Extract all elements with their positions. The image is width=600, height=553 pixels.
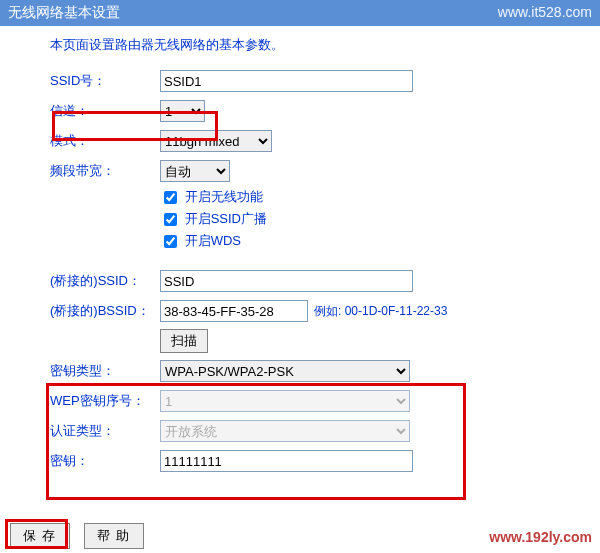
help-button[interactable]: 帮助 xyxy=(84,523,144,549)
label-ssid: SSID号： xyxy=(50,72,160,90)
row-key-type: 密钥类型： WPA-PSK/WPA2-PSK xyxy=(50,358,590,384)
bandwidth-select[interactable]: 自动 xyxy=(160,160,230,182)
label-key-type: 密钥类型： xyxy=(50,362,160,380)
label-bridged-ssid: (桥接的)SSID： xyxy=(50,272,160,290)
page-title: 无线网络基本设置 xyxy=(8,4,120,20)
key-type-select[interactable]: WPA-PSK/WPA2-PSK xyxy=(160,360,410,382)
watermark-bottom: www.192ly.com xyxy=(489,529,592,545)
save-button[interactable]: 保存 xyxy=(10,523,70,549)
row-bridged-ssid: (桥接的)SSID： xyxy=(50,268,590,294)
row-key: 密钥： xyxy=(50,448,590,474)
row-bridged-bssid: (桥接的)BSSID： 例如: 00-1D-0F-11-22-33 xyxy=(50,298,590,324)
row-bandwidth: 频段带宽： 自动 xyxy=(50,158,590,184)
enable-wds-checkbox[interactable] xyxy=(164,235,177,248)
watermark-top: www.it528.com xyxy=(498,4,592,20)
row-enable-wds: 开启WDS xyxy=(160,232,590,251)
label-bridged-bssid: (桥接的)BSSID： xyxy=(50,302,160,320)
row-scan: 扫描 xyxy=(50,328,590,354)
label-enable-wds: 开启WDS xyxy=(185,233,241,248)
row-ssid: SSID号： xyxy=(50,68,590,94)
auth-type-select: 开放系统 xyxy=(160,420,410,442)
mode-select[interactable]: 11bgn mixed xyxy=(160,130,272,152)
row-mode: 模式： 11bgn mixed xyxy=(50,128,590,154)
row-enable-ssid-broadcast: 开启SSID广播 xyxy=(160,210,590,229)
bssid-hint: 例如: 00-1D-0F-11-22-33 xyxy=(314,303,447,320)
label-auth-type: 认证类型： xyxy=(50,422,160,440)
ssid-input[interactable] xyxy=(160,70,413,92)
label-key: 密钥： xyxy=(50,452,160,470)
row-auth-type: 认证类型： 开放系统 xyxy=(50,418,590,444)
settings-form: 本页面设置路由器无线网络的基本参数。 SSID号： 信道： 1 模式： 11bg… xyxy=(0,26,600,488)
label-channel: 信道： xyxy=(50,102,160,120)
row-enable-wireless: 开启无线功能 xyxy=(160,188,590,207)
wep-index-select: 1 xyxy=(160,390,410,412)
description: 本页面设置路由器无线网络的基本参数。 xyxy=(50,36,590,54)
bottom-bar: 保存 帮助 xyxy=(10,523,154,549)
label-bandwidth: 频段带宽： xyxy=(50,162,160,180)
channel-select[interactable]: 1 xyxy=(160,100,205,122)
row-channel: 信道： 1 xyxy=(50,98,590,124)
label-wep-index: WEP密钥序号： xyxy=(50,392,160,410)
bridged-bssid-input[interactable] xyxy=(160,300,308,322)
bridged-ssid-input[interactable] xyxy=(160,270,413,292)
enable-ssid-broadcast-checkbox[interactable] xyxy=(164,213,177,226)
key-input[interactable] xyxy=(160,450,413,472)
label-enable-ssid-broadcast: 开启SSID广播 xyxy=(185,211,267,226)
enable-wireless-checkbox[interactable] xyxy=(164,191,177,204)
label-enable-wireless: 开启无线功能 xyxy=(185,189,263,204)
scan-button[interactable]: 扫描 xyxy=(160,329,208,353)
label-mode: 模式： xyxy=(50,132,160,150)
row-wep-index: WEP密钥序号： 1 xyxy=(50,388,590,414)
